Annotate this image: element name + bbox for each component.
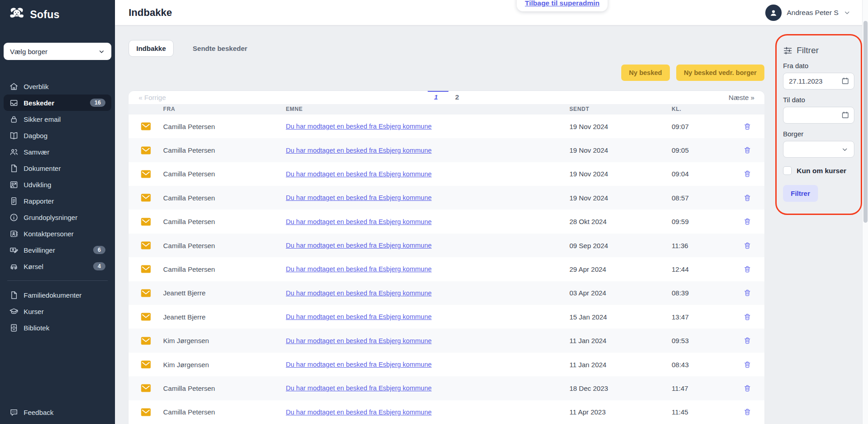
count-badge: 6 xyxy=(93,246,105,254)
til-dato-label: Til dato xyxy=(783,96,854,104)
brand: Sofus xyxy=(0,0,115,24)
delete-message-button[interactable] xyxy=(741,144,753,156)
delete-message-button[interactable] xyxy=(741,120,753,133)
table-body: Camilla Petersen Du har modtaget en besk… xyxy=(129,115,764,424)
topbar: Indbakke Andreas Peter S xyxy=(115,0,868,25)
message-link[interactable]: Du har modtaget en besked fra Esbjerg ko… xyxy=(286,123,432,130)
pagination-page-2[interactable]: 2 xyxy=(455,93,459,101)
sidebar-item-label: Dagbog xyxy=(24,132,105,140)
sidebar-item-label: Overblik xyxy=(24,83,105,90)
page-scrollbar[interactable] xyxy=(862,0,868,424)
column-header-emne: EMNE xyxy=(286,106,569,112)
delete-message-button[interactable] xyxy=(741,406,753,418)
sidebar-item-kontaktpersoner[interactable]: Kontaktpersoner xyxy=(4,225,111,242)
sidebar: Sofus Vælg borger Overblik Beskeder 16 S… xyxy=(0,0,115,424)
user-menu[interactable]: Andreas Peter S xyxy=(765,5,851,21)
sidebar-item-beskeder[interactable]: Beskeder 16 xyxy=(4,95,111,111)
table-header: FRA EMNE SENDT KL. xyxy=(129,104,764,115)
message-link[interactable]: Du har modtaget en besked fra Esbjerg ko… xyxy=(286,194,432,201)
sent-time: 09:59 xyxy=(672,218,730,225)
sent-date: 11 Apr 2023 xyxy=(569,408,672,416)
sidebar-item-overblik[interactable]: Overblik xyxy=(4,78,111,95)
borger-select[interactable] xyxy=(783,141,854,158)
sidebar-item-samvaer[interactable]: Samvær xyxy=(4,144,111,160)
sidebar-item-label: Feedback xyxy=(24,409,105,416)
delete-message-button[interactable] xyxy=(741,382,753,394)
sidebar-item-familiedokumenter[interactable]: Familiedokumenter xyxy=(4,287,111,303)
message-link[interactable]: Du har modtaget en besked fra Esbjerg ko… xyxy=(286,289,432,297)
chevron-down-icon xyxy=(98,48,105,55)
envelope-icon xyxy=(129,289,163,297)
delete-message-button[interactable] xyxy=(741,311,753,323)
delete-message-button[interactable] xyxy=(741,168,753,180)
new-message-citizen-button[interactable]: Ny besked vedr. borger xyxy=(676,65,764,81)
envelope-icon xyxy=(129,360,163,369)
sidebar-item-udvikling[interactable]: Udvikling xyxy=(4,176,111,193)
message-link[interactable]: Du har modtaget en besked fra Esbjerg ko… xyxy=(286,361,432,368)
message-link[interactable]: Du har modtaget en besked fra Esbjerg ko… xyxy=(286,384,432,392)
filter-submit-button[interactable]: Filtrer xyxy=(783,185,818,202)
delete-message-button[interactable] xyxy=(741,192,753,204)
column-header-sendt: SENDT xyxy=(569,106,672,112)
delete-message-button[interactable] xyxy=(741,239,753,252)
sent-date: 19 Nov 2024 xyxy=(569,123,672,130)
sidebar-item-grundoplysninger[interactable]: Grundoplysninger xyxy=(4,209,111,225)
scrollbar-thumb[interactable] xyxy=(863,21,868,223)
sender-name: Camilla Petersen xyxy=(163,170,286,178)
pagination-page-1[interactable]: 1 xyxy=(434,93,438,101)
sidebar-item-bevillinger[interactable]: Bevillinger 6 xyxy=(4,242,111,258)
back-to-superadmin-link[interactable]: Tilbage til superadmin xyxy=(525,0,599,7)
sidebar-item-sikker-email[interactable]: Sikker email xyxy=(4,111,111,127)
archive-icon xyxy=(9,323,19,333)
sidebar-item-kurser[interactable]: Kurser xyxy=(4,303,111,319)
sent-time: 09:04 xyxy=(672,170,730,178)
citizen-select[interactable]: Vælg borger xyxy=(4,43,111,60)
message-link[interactable]: Du har modtaget en besked fra Esbjerg ko… xyxy=(286,242,432,249)
sidebar-item-label: Samvær xyxy=(24,148,105,156)
action-row: Ny besked Ny besked vedr. borger xyxy=(129,65,764,81)
table-row-partial: Camilla Petersen Du har modtaget en besk… xyxy=(129,400,764,424)
sidebar-item-label: Sikker email xyxy=(24,115,105,123)
fra-dato-input[interactable] xyxy=(783,73,854,90)
message-link[interactable]: Du har modtaget en besked fra Esbjerg ko… xyxy=(286,265,432,273)
message-link[interactable]: Du har modtaget en besked fra Esbjerg ko… xyxy=(286,409,432,416)
sidebar-item-dokumenter[interactable]: Dokumenter xyxy=(4,160,111,176)
message-link[interactable]: Du har modtaget en besked fra Esbjerg ko… xyxy=(286,147,432,154)
message-link[interactable]: Du har modtaget en besked fra Esbjerg ko… xyxy=(286,313,432,320)
delete-message-button[interactable] xyxy=(741,359,753,371)
kun-om-kurser-checkbox[interactable] xyxy=(783,166,792,175)
til-dato-input[interactable] xyxy=(783,107,854,124)
inbox-card: « Forrige 1 2 Næste » FRA EMNE SENDT KL. xyxy=(129,90,764,424)
sent-date: 11 Jan 2024 xyxy=(569,361,672,369)
message-link[interactable]: Du har modtaget en besked fra Esbjerg ko… xyxy=(286,170,432,178)
sent-time: 12:44 xyxy=(672,265,730,273)
table-row: Kim Jørgensen Du har modtaget en besked … xyxy=(129,329,764,352)
new-message-button[interactable]: Ny besked xyxy=(621,65,670,81)
sent-date: 19 Nov 2024 xyxy=(569,194,672,202)
unread-badge: 16 xyxy=(90,99,105,107)
sender-name: Camilla Petersen xyxy=(163,146,286,154)
message-link[interactable]: Du har modtaget en besked fra Esbjerg ko… xyxy=(286,337,432,344)
active-page-indicator xyxy=(428,90,449,92)
envelope-icon xyxy=(129,170,163,178)
delete-message-button[interactable] xyxy=(741,263,753,275)
sidebar-item-rapporter[interactable]: Rapporter xyxy=(4,193,111,209)
sidebar-item-bibliotek[interactable]: Bibliotek xyxy=(4,319,111,336)
delete-message-button[interactable] xyxy=(741,287,753,299)
delete-message-button[interactable] xyxy=(741,334,753,347)
sender-name: Camilla Petersen xyxy=(163,242,286,249)
sliders-icon xyxy=(783,46,793,55)
message-link[interactable]: Du har modtaget en besked fra Esbjerg ko… xyxy=(286,218,432,225)
sent-date: 28 Okt 2024 xyxy=(569,218,672,225)
filter-title: Filtrer xyxy=(797,45,819,55)
delete-message-button[interactable] xyxy=(741,215,753,228)
sidebar-item-koersel[interactable]: Kørsel 4 xyxy=(4,258,111,274)
sidebar-item-dagbog[interactable]: Dagbog xyxy=(4,127,111,144)
tab-indbakke[interactable]: Indbakke xyxy=(129,40,174,57)
sidebar-item-label: Kontaktpersoner xyxy=(24,230,105,238)
sent-date: 29 Apr 2024 xyxy=(569,265,672,273)
tab-sendte-beskeder[interactable]: Sendte beskeder xyxy=(185,40,254,56)
sidebar-item-feedback[interactable]: Feedback xyxy=(4,404,111,420)
sidebar-divider xyxy=(7,280,108,281)
sent-time: 11:47 xyxy=(672,384,730,392)
